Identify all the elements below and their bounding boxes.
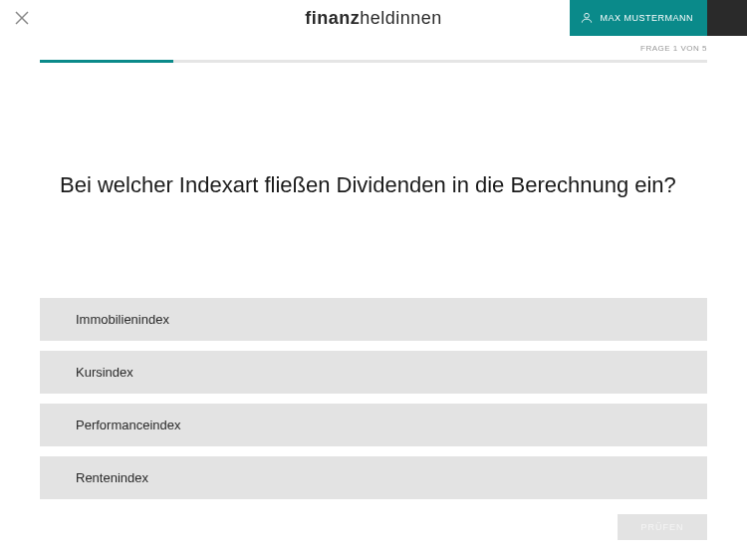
logo-bold: finanz	[305, 8, 360, 28]
check-button-label: PRÜFEN	[640, 522, 683, 532]
answer-option[interactable]: Immobilienindex	[40, 298, 707, 341]
user-name-label: MAX MUSTERMANN	[600, 13, 693, 23]
answer-label: Rentenindex	[76, 470, 148, 485]
answer-option[interactable]: Rentenindex	[40, 456, 707, 499]
answer-option[interactable]: Kursindex	[40, 351, 707, 394]
progress-fill	[40, 60, 173, 63]
check-button[interactable]: PRÜFEN	[618, 514, 707, 540]
menu-box[interactable]	[707, 0, 747, 36]
app-logo: finanzheldinnen	[305, 8, 442, 29]
logo-light: heldinnen	[360, 8, 442, 28]
progress-area: FRAGE 1 VON 5	[0, 36, 747, 63]
question-area: Bei welcher Indexart fließen Dividenden …	[0, 63, 747, 198]
answer-option[interactable]: Performanceindex	[40, 404, 707, 446]
progress-bar	[40, 60, 707, 63]
answer-label: Kursindex	[76, 365, 133, 380]
close-icon[interactable]	[14, 10, 30, 26]
svg-point-2	[585, 13, 590, 18]
answer-label: Immobilienindex	[76, 312, 169, 327]
answers-list: Immobilienindex Kursindex Performanceind…	[0, 198, 747, 499]
header: finanzheldinnen MAX MUSTERMANN	[0, 0, 747, 36]
answer-label: Performanceindex	[76, 418, 181, 432]
question-text: Bei welcher Indexart fließen Dividenden …	[40, 172, 707, 198]
progress-label: FRAGE 1 VON 5	[640, 44, 707, 53]
user-icon	[580, 11, 594, 25]
user-badge[interactable]: MAX MUSTERMANN	[570, 0, 707, 36]
